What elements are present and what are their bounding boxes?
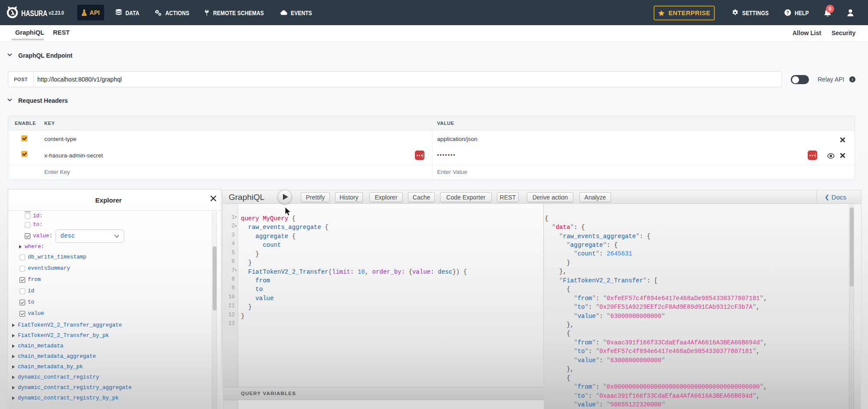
- svg-text:?: ?: [786, 10, 789, 15]
